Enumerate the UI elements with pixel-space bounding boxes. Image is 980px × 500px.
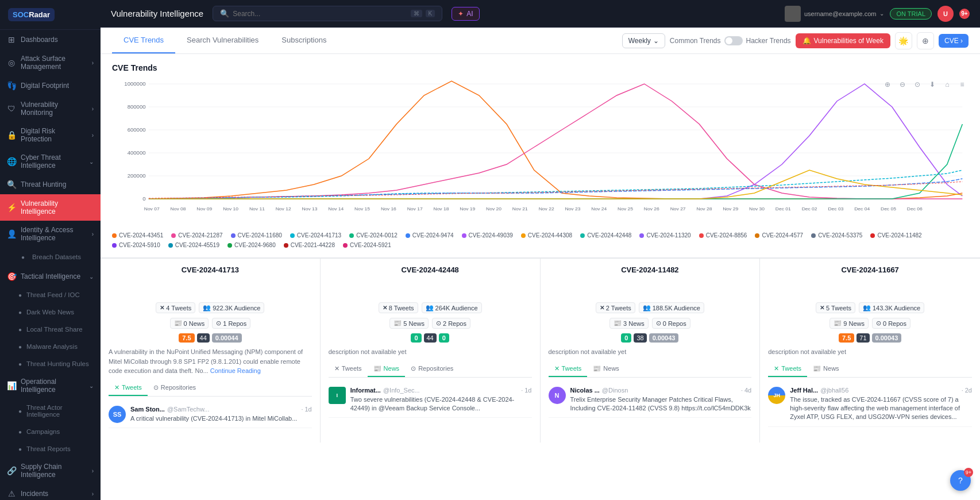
cve-cards-grid: CVE-2024-41713 🕷 ✕ 4 Tweets 👥 922.3K Aud… — [101, 258, 980, 443]
legend-cve-42448: CVE-2024-42448 — [580, 232, 631, 239]
sidebar-item-tactical-intelligence[interactable]: 🎯 Tactical Intelligence ⌄ — [0, 267, 101, 286]
cve-stats2-42448: 📰 5 News ⊙ 2 Repos — [329, 318, 532, 329]
sidebar-item-threat-hunting-rules[interactable]: ● Threat Hunting Rules — [0, 355, 101, 372]
plus-icon-btn[interactable]: ⊕ — [917, 32, 934, 49]
svg-text:Nov 07: Nov 07 — [144, 206, 160, 211]
svg-text:Nov 19: Nov 19 — [460, 206, 475, 211]
cve-stats2-11482: 📰 3 News ⊙ 0 Repos — [549, 318, 752, 329]
card-tab-tweets-42448[interactable]: ✕ Tweets — [329, 361, 368, 377]
card-tab-repos-42448[interactable]: ⊙ Repositories — [405, 361, 459, 377]
x-tab-icon: ✕ — [334, 365, 339, 372]
tweet-text-11667: The issue, tracked as CVE-2024-11667 (CV… — [790, 395, 972, 422]
tweets-stat-11482: ✕ 2 Tweets — [596, 302, 635, 313]
news-tab-icon: 📰 — [813, 365, 821, 372]
user-info: username@example.com ⌄ — [785, 6, 885, 22]
sidebar-item-identity-access[interactable]: 👤 Identity & Access Intelligence › — [0, 221, 101, 247]
card-tab-tweets-41713[interactable]: ✕ Tweets — [109, 380, 148, 396]
chevron-down-icon: ⌄ — [89, 383, 94, 389]
svg-text:Dec 06: Dec 06 — [907, 206, 923, 211]
sidebar-item-malware-analysis[interactable]: ● Malware Analysis — [0, 338, 101, 355]
threat-hunting-icon: 🔍 — [7, 180, 16, 189]
ai-button[interactable]: ✦ AI — [452, 7, 479, 21]
svg-text:Nov 25: Nov 25 — [618, 206, 633, 211]
sidebar-item-threat-actor[interactable]: ● Threat Actor Intelligence — [0, 399, 101, 423]
sidebar-item-breach-datasets[interactable]: ● Breach Datasets — [0, 247, 101, 267]
user-avatar: U — [937, 6, 954, 22]
cve-spider-icon-42448: 🕷 — [329, 279, 532, 298]
card-tab-news-11482[interactable]: 📰 News — [587, 361, 625, 377]
logo[interactable]: SOCRadar — [8, 8, 55, 21]
sidebar-item-dashboards[interactable]: ⊞ Dashboards — [0, 30, 101, 49]
card-tab-tweets-11482[interactable]: ✕ Tweets — [549, 361, 588, 377]
tweet-handle-11667: @jbhall56 — [820, 387, 848, 394]
sidebar-item-supply-chain[interactable]: 🔗 Supply Chain Intelligence › — [0, 457, 101, 484]
sidebar-item-threat-hunting[interactable]: 🔍 Threat Hunting — [0, 175, 101, 194]
repos-stat-11667: ⊙ 0 Repos — [872, 318, 910, 329]
chart-container: ⊕ ⊖ ⊙ ⬇ ⌂ ≡ 1000000 — [112, 78, 969, 228]
sidebar-item-cyber-threat[interactable]: 🌐 Cyber Threat Intelligence ⌄ — [0, 148, 101, 175]
sun-icon-btn[interactable]: 🌟 — [895, 32, 912, 49]
sidebar-item-attack-surface[interactable]: ◎ Attack Surface Management › — [0, 49, 101, 76]
tweet-content-42448: Informat... @Info_Sec... · 1d Two severe… — [350, 387, 532, 413]
cvss-score-42448: 0 — [411, 333, 421, 343]
card-tabs-11667: ✕ Tweets 📰 News — [768, 361, 972, 378]
chart-controls: ⊕ ⊖ ⊙ ⬇ ⌂ ≡ — [881, 78, 969, 91]
svg-text:Nov 15: Nov 15 — [354, 206, 370, 211]
kev-score-11667: 0.00043 — [872, 333, 902, 343]
continue-reading-41713[interactable]: Continue Reading — [210, 367, 261, 374]
legend-cve-11482: CVE-2024-11482 — [870, 232, 921, 239]
zoom-reset-icon[interactable]: ⊙ — [911, 78, 924, 91]
chevron-right-icon: › — [92, 60, 94, 66]
sidebar-item-threat-reports[interactable]: ● Threat Reports — [0, 440, 101, 457]
tweet-handle-41713: @SamTechw... — [167, 406, 210, 413]
sidebar-item-digital-risk[interactable]: 🔒 Digital Risk Protection › — [0, 122, 101, 148]
svg-text:Nov 21: Nov 21 — [512, 206, 528, 211]
supply-chain-icon: 🔗 — [7, 466, 16, 475]
cve-button[interactable]: CVE › — [939, 34, 969, 48]
cve-card-11482: CVE-2024-11482 🕷 ✕ 2 Tweets 👥 188.5K Aud… — [541, 259, 761, 443]
vulnerabilities-of-week-button[interactable]: 🔔 Vulnerabilities of Week — [796, 33, 890, 48]
search-input[interactable] — [233, 10, 407, 18]
tweet-item-41713: SS Sam Ston... @SamTechw... · 1d A criti… — [109, 401, 312, 428]
sidebar-item-operational[interactable]: 📊 Operational Intelligence ⌄ — [0, 372, 101, 399]
menu-icon[interactable]: ≡ — [956, 78, 969, 91]
sidebar: SOCRadar ⊞ Dashboards ◎ Attack Surface M… — [0, 0, 101, 500]
news-stat-41713: 📰 0 News — [170, 318, 209, 329]
home-icon[interactable]: ⌂ — [941, 78, 954, 91]
legend-cve-45519: CVE-2024-45519 — [168, 242, 219, 248]
sidebar-item-threat-feed[interactable]: ● Threat Feed / IOC — [0, 286, 101, 303]
period-select[interactable]: Weekly ⌄ — [622, 33, 665, 48]
kev-score-42448: 0 — [439, 333, 449, 343]
breach-icon: ● — [18, 252, 28, 261]
notification-badge[interactable]: 9+ — [959, 9, 970, 19]
repos-stat-11482: ⊙ 0 Repos — [652, 318, 690, 329]
sidebar-item-dark-web[interactable]: ● Dark Web News — [0, 303, 101, 321]
download-icon[interactable]: ⬇ — [926, 78, 939, 91]
card-tab-tweets-11667[interactable]: ✕ Tweets — [768, 361, 807, 377]
card-tab-repos-41713[interactable]: ⊙ Repositories — [148, 380, 202, 396]
page-title: Vulnerability Intelligence — [111, 9, 203, 18]
support-button[interactable]: ? 9+ — [950, 470, 971, 491]
sidebar-item-digital-footprint[interactable]: 👣 Digital Footprint — [0, 76, 101, 95]
sidebar-item-vulnerability-monitoring[interactable]: 🛡 Vulnerability Monitoring › — [0, 95, 101, 122]
zoom-in-icon[interactable]: ⊕ — [881, 78, 894, 91]
card-tab-news-11667[interactable]: 📰 News — [807, 361, 845, 377]
sidebar-item-incidents[interactable]: ⚠ Incidents › — [0, 484, 101, 500]
card-tab-news-42448[interactable]: 📰 News — [368, 361, 406, 377]
tweets-stat-11667: ✕ 5 Tweets — [816, 302, 855, 313]
cve-desc-11482: description not available yet — [549, 347, 752, 357]
sidebar-item-local-threat[interactable]: ● Local Threat Share — [0, 321, 101, 338]
audience-icon: 👥 — [643, 304, 651, 311]
hacker-trends-toggle[interactable] — [724, 36, 743, 45]
tab-cve-trends[interactable]: CVE Trends — [112, 28, 175, 53]
tab-search-vulnerabilities[interactable]: Search Vulnerabilities — [175, 28, 270, 53]
tab-subscriptions[interactable]: Subscriptions — [270, 28, 338, 53]
cve-stats2-41713: 📰 0 News ⊙ 1 Repos — [109, 318, 312, 329]
sidebar-item-vulnerability-intelligence[interactable]: ⚡ Vulnerability Intelligence — [0, 194, 101, 221]
search-bar[interactable]: 🔍 ⌘ K — [213, 6, 442, 21]
zoom-out-icon[interactable]: ⊖ — [896, 78, 909, 91]
github-tab-icon: ⊙ — [411, 365, 416, 372]
sidebar-logo: SOCRadar — [0, 0, 101, 30]
sidebar-item-campaigns[interactable]: ● Campaigns — [0, 423, 101, 440]
news-stat-11482: 📰 3 News — [609, 318, 649, 329]
